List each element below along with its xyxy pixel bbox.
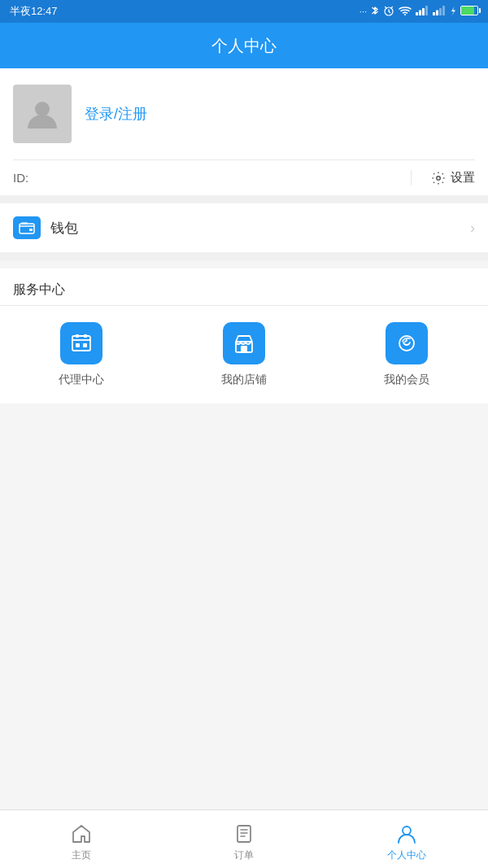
wallet-label: 钱包: [50, 219, 470, 238]
signal2-icon: [433, 6, 446, 17]
settings-button[interactable]: 设置: [411, 170, 475, 185]
profile-top: 登录/注册: [0, 68, 488, 159]
agency-icon-box: [60, 322, 102, 364]
nav-item-home[interactable]: 主页: [0, 816, 163, 862]
svg-point-11: [437, 176, 441, 180]
nav-label-home: 主页: [72, 848, 91, 862]
service-item-member[interactable]: 我的会员: [325, 322, 488, 387]
profile-info: 登录/注册: [85, 104, 147, 124]
bottom-nav: 主页 订单 个人中心: [0, 809, 488, 868]
alarm-icon: [383, 5, 394, 18]
service-item-agency[interactable]: 代理中心: [0, 322, 163, 387]
svg-rect-17: [84, 334, 87, 338]
shop-icon-box: [223, 322, 265, 364]
svg-rect-22: [237, 826, 251, 842]
svg-rect-8: [439, 8, 442, 15]
member-icon-box: [386, 322, 428, 364]
service-section: 服务中心 代理中心: [0, 268, 488, 403]
wifi-icon: [399, 6, 412, 17]
nav-item-order[interactable]: 订单: [163, 816, 325, 862]
status-time: 半夜12:47: [10, 4, 58, 19]
svg-rect-5: [425, 6, 428, 15]
person-icon: [395, 822, 418, 845]
nav-label-profile: 个人中心: [387, 848, 426, 862]
svg-rect-7: [436, 11, 438, 16]
profile-bottom: ID: 设置: [0, 160, 488, 195]
order-icon: [233, 822, 255, 845]
shop-label: 我的店铺: [221, 373, 267, 387]
service-center-title: 服务中心: [0, 268, 488, 306]
user-id: ID:: [13, 171, 411, 185]
svg-rect-6: [433, 12, 435, 15]
member-label: 我的会员: [384, 373, 429, 387]
profile-section: 登录/注册 ID: 设置: [0, 68, 488, 195]
svg-rect-13: [21, 222, 28, 225]
agency-label: 代理中心: [59, 373, 104, 387]
svg-rect-3: [419, 11, 421, 16]
login-register-button[interactable]: 登录/注册: [85, 104, 147, 124]
wallet-section: 钱包 ›: [0, 203, 488, 252]
chevron-right-icon: ›: [470, 220, 475, 237]
svg-rect-9: [442, 6, 445, 15]
nav-item-profile[interactable]: 个人中心: [325, 816, 488, 862]
svg-rect-18: [76, 343, 80, 347]
charging-icon: [450, 6, 456, 18]
svg-rect-4: [422, 8, 425, 15]
wallet-row[interactable]: 钱包 ›: [13, 203, 475, 252]
section-divider-1: [0, 195, 488, 203]
wallet-icon-box: [13, 216, 41, 239]
svg-point-1: [404, 14, 406, 15]
status-icons: ···: [359, 5, 478, 18]
svg-rect-12: [20, 224, 34, 233]
svg-point-10: [35, 102, 50, 116]
nav-label-order: 订单: [234, 848, 254, 862]
avatar[interactable]: [13, 85, 72, 143]
battery-icon: [460, 6, 478, 17]
svg-rect-21: [241, 346, 247, 352]
svg-rect-14: [29, 229, 33, 231]
status-bar: 半夜12:47 ···: [0, 0, 488, 23]
header: 个人中心: [0, 23, 488, 68]
bluetooth-icon: [371, 5, 379, 18]
home-icon: [70, 822, 93, 845]
svg-rect-2: [416, 12, 418, 15]
settings-label: 设置: [451, 170, 475, 185]
svg-rect-19: [83, 343, 87, 347]
svg-point-26: [403, 827, 411, 835]
svg-rect-16: [76, 334, 79, 338]
svg-rect-15: [72, 336, 90, 351]
section-divider-2: [0, 252, 488, 260]
dots-icon: ···: [359, 7, 367, 16]
page-title: 个人中心: [211, 35, 277, 57]
signal-icon: [416, 6, 429, 17]
service-item-shop[interactable]: 我的店铺: [163, 322, 325, 387]
service-grid: 代理中心 我的店铺: [0, 306, 488, 403]
